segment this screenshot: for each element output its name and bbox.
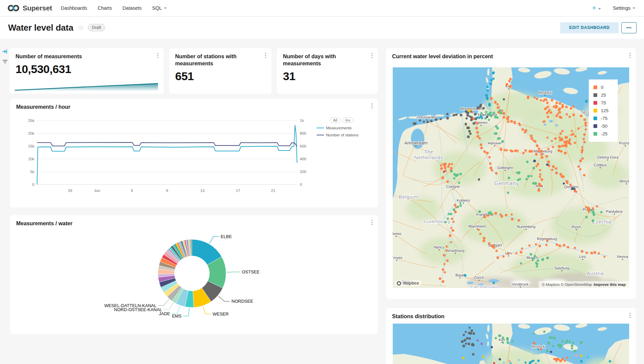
legend-swatch — [593, 86, 597, 89]
more-options-icon[interactable] — [372, 103, 373, 108]
card-title: Number of measurements — [9, 48, 164, 60]
card-title: Measurements / water — [10, 215, 378, 227]
svg-text:Austria: Austria — [587, 270, 604, 276]
dashboard-more-button[interactable]: ••• — [621, 22, 637, 33]
legend-swatch — [593, 93, 597, 97]
card-water-level-deviation-map: Current water level deviation in percent… — [386, 48, 636, 299]
nav-sql[interactable]: SQL — [152, 5, 167, 11]
svg-text:Czechia: Czechia — [592, 219, 611, 225]
svg-text:Jun: Jun — [94, 189, 100, 193]
card-number-of-stations: Number of stations with measurements 651 — [169, 48, 271, 94]
legend-label: 125 — [601, 108, 609, 113]
svg-text:Troyes: Troyes — [393, 256, 402, 260]
svg-text:OSTSEE: OSTSEE — [242, 269, 260, 274]
svg-text:800: 800 — [300, 131, 306, 135]
card-title: Current water level deviation in percent — [386, 48, 636, 60]
svg-text:Amsterdam: Amsterdam — [404, 140, 427, 145]
legend-label: 75 — [601, 100, 606, 105]
svg-text:Wrocław: Wrocław — [619, 179, 629, 183]
svg-text:200: 200 — [300, 170, 306, 174]
svg-text:Mannheim: Mannheim — [469, 224, 486, 228]
legend-label: -25 — [601, 131, 608, 136]
legend-item-measurements[interactable]: Measurements — [317, 126, 373, 130]
nav-datasets[interactable]: Datasets — [122, 5, 141, 11]
svg-text:Luxembourg: Luxembourg — [424, 219, 450, 224]
map-legend-item: 25 — [593, 91, 618, 99]
more-options-icon[interactable] — [157, 53, 158, 58]
legend-label: 0 — [601, 85, 604, 90]
navbar: Superset Dashboards Charts Datasets SQL … — [0, 0, 644, 16]
dashboard-header: Water level data ☆ Draft EDIT DASHBOARD … — [0, 16, 644, 39]
svg-text:Nuremberg: Nuremberg — [517, 225, 535, 229]
stations-map[interactable]: KielRostock — [393, 324, 629, 364]
card-title: Number of stations with measurements — [169, 48, 271, 67]
map-legend-item: -50 — [593, 122, 618, 130]
svg-text:20k: 20k — [28, 131, 34, 135]
favorite-star-icon[interactable]: ☆ — [78, 24, 84, 32]
svg-text:9: 9 — [166, 189, 168, 193]
svg-text:Cottbus: Cottbus — [594, 163, 607, 167]
legend-swatch — [593, 101, 597, 105]
legend-label: -50 — [601, 124, 608, 129]
attribution-text: © Mapbox © OpenStreetMap — [542, 283, 592, 287]
svg-text:10k: 10k — [28, 157, 34, 161]
svg-text:Zielona Góra: Zielona Góra — [597, 155, 618, 159]
map-attribution: © Mapbox © OpenStreetMap Improve this ma… — [539, 281, 629, 288]
more-options-icon[interactable] — [372, 220, 373, 225]
svg-text:29: 29 — [68, 189, 72, 193]
map-legend-item: 125 — [593, 107, 618, 114]
improve-map-link[interactable]: Improve this map — [594, 283, 626, 287]
donut-chart: ELBEOSTSEENORDSEEWESEREMSJADENORD-OSTSEE… — [10, 227, 378, 334]
nav-dashboards[interactable]: Dashboards — [61, 5, 87, 11]
legend-item-number-of-stations[interactable]: Number of stations — [317, 133, 373, 137]
map-legend-item: 75 — [593, 99, 618, 107]
chevron-down-icon — [633, 7, 635, 9]
svg-text:NORDSEE: NORDSEE — [231, 299, 253, 304]
more-options-icon[interactable] — [630, 53, 631, 58]
svg-text:EMS: EMS — [172, 313, 182, 319]
superset-infinity-icon — [7, 4, 20, 12]
card-title: Number of days with measurements — [277, 48, 378, 67]
map-legend-item: -25 — [593, 130, 618, 138]
card-number-of-days: Number of days with measurements 31 — [277, 48, 378, 94]
svg-text:Zürich: Zürich — [474, 275, 484, 279]
add-new-button[interactable]: + — [592, 4, 601, 12]
edit-dashboard-button[interactable]: EDIT DASHBOARD — [560, 22, 619, 33]
svg-text:Koblenz: Koblenz — [457, 198, 470, 202]
draft-badge: Draft — [88, 24, 105, 31]
settings-menu[interactable]: Settings — [613, 5, 635, 11]
mapbox-logo[interactable]: mapbox — [395, 280, 422, 286]
svg-text:Vienna: Vienna — [617, 255, 629, 259]
svg-text:17: 17 — [236, 189, 240, 193]
card-measurements-per-water: Measurements / water ELBEOSTSEENORDSEEWE… — [10, 215, 378, 334]
svg-text:400: 400 — [300, 157, 306, 161]
chevron-down-icon — [598, 8, 601, 10]
more-options-icon[interactable] — [630, 313, 631, 318]
chart-legend: All Inv Measurements Number of stations — [317, 118, 373, 137]
card-number-of-measurements: Number of measurements 10,530,631 — [9, 48, 164, 94]
legend-label: -75 — [601, 116, 608, 121]
dashboard-canvas: Number of measurements 10,530,631 Number… — [0, 39, 644, 364]
expand-filter-bar-icon[interactable] — [2, 49, 8, 54]
svg-text:0: 0 — [300, 183, 302, 187]
filter-icon[interactable] — [2, 59, 8, 65]
deviation-map[interactable]: TheNetherlandsGermanyBelgiumLuxembourgCz… — [393, 67, 629, 288]
map-canvas: KielRostock — [393, 324, 629, 364]
map-legend-item: -75 — [593, 114, 618, 122]
superset-logo[interactable]: Superset — [7, 4, 52, 12]
legend-label: 25 — [601, 93, 606, 98]
big-number-value: 651 — [169, 67, 271, 83]
svg-text:Reims: Reims — [393, 232, 401, 236]
more-options-icon[interactable] — [265, 53, 266, 58]
svg-text:1k: 1k — [300, 119, 304, 123]
more-options-icon[interactable] — [372, 53, 373, 58]
svg-text:25k: 25k — [28, 119, 34, 123]
map-legend: 02575125-75-50-25 — [589, 79, 618, 142]
svg-text:Belgium: Belgium — [399, 194, 418, 200]
nav-charts[interactable]: Charts — [98, 5, 112, 11]
legend-inv-button[interactable]: Inv — [342, 118, 353, 123]
svg-text:13: 13 — [200, 189, 205, 193]
legend-all-button[interactable]: All — [330, 118, 340, 123]
svg-text:Hanover: Hanover — [488, 141, 502, 145]
svg-text:Basel: Basel — [455, 273, 465, 277]
